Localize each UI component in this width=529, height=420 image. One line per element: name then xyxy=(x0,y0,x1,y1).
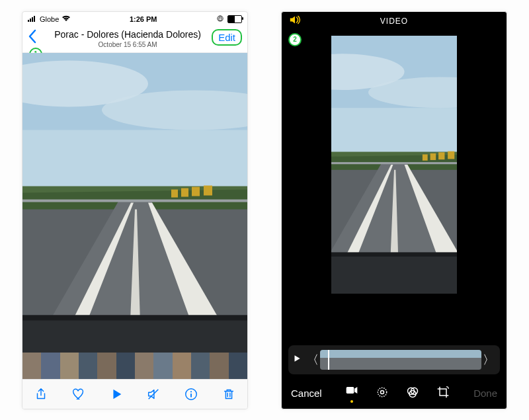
svg-rect-29 xyxy=(346,387,354,394)
timeline-frames[interactable] xyxy=(320,350,481,370)
volume-icon[interactable] xyxy=(288,15,302,28)
orientation-lock-icon xyxy=(216,15,225,23)
adjust-tool-icon[interactable] xyxy=(376,386,389,401)
media-preview[interactable] xyxy=(22,53,247,353)
svg-marker-23 xyxy=(113,389,121,399)
trim-end-handle[interactable]: 〉 xyxy=(481,352,496,368)
video-tool-icon[interactable] xyxy=(345,384,358,399)
mute-icon[interactable] xyxy=(146,387,161,401)
active-tool-indicator xyxy=(350,400,353,403)
filters-tool-icon[interactable] xyxy=(406,386,419,401)
timeline-play-icon[interactable] xyxy=(292,354,302,366)
edit-button[interactable]: Edit xyxy=(212,29,242,46)
svg-rect-18 xyxy=(28,20,29,22)
svg-marker-28 xyxy=(295,355,300,361)
edit-mode-title: VIDEO xyxy=(380,17,408,26)
trim-start-handle[interactable]: 〈 xyxy=(305,352,320,368)
bottom-toolbar xyxy=(22,379,247,409)
photos-detail-screen: Globe 1:26 PM Porac - Dolores (Hacienda … xyxy=(22,11,248,409)
carrier-label: Globe xyxy=(40,15,59,23)
svg-rect-21 xyxy=(34,16,35,22)
cancel-button[interactable]: Cancel xyxy=(291,388,322,399)
info-icon[interactable] xyxy=(184,387,198,401)
svg-rect-19 xyxy=(30,19,31,22)
trash-icon[interactable] xyxy=(222,387,236,401)
play-icon[interactable] xyxy=(109,387,124,401)
playhead[interactable] xyxy=(328,350,329,370)
battery-icon xyxy=(227,15,242,23)
svg-marker-30 xyxy=(355,387,358,394)
location-title: Porac - Dolores (Hacienda Dolores) xyxy=(44,29,212,40)
clock: 1:26 PM xyxy=(130,15,157,23)
back-button[interactable] xyxy=(28,29,44,46)
svg-rect-20 xyxy=(32,17,33,22)
wifi-icon xyxy=(61,15,71,23)
cellular-signal-icon xyxy=(28,15,37,23)
status-bar: Globe 1:26 PM xyxy=(22,12,247,26)
svg-rect-27 xyxy=(190,394,192,398)
done-button[interactable]: Done xyxy=(473,388,497,399)
svg-point-22 xyxy=(218,15,223,21)
svg-point-32 xyxy=(381,391,384,394)
share-icon[interactable] xyxy=(34,387,48,401)
crop-tool-icon[interactable] xyxy=(436,386,450,401)
timestamp-subtitle: October 15 6:55 AM xyxy=(44,41,212,48)
edit-preview-area[interactable] xyxy=(282,30,507,341)
video-edit-screen: VIDEO 2 〈 〉 Cancel xyxy=(281,11,507,409)
svg-point-26 xyxy=(190,391,192,392)
video-timeline[interactable]: 〈 〉 xyxy=(288,345,500,374)
edit-bottom-toolbar: Cancel Done xyxy=(282,378,507,409)
svg-point-31 xyxy=(378,388,387,396)
step-badge-2: 2 xyxy=(288,33,302,46)
thumbnail-strip[interactable] xyxy=(22,353,247,379)
nav-bar: Porac - Dolores (Hacienda Dolores) Octob… xyxy=(22,26,247,53)
edit-header: VIDEO xyxy=(282,12,507,30)
favorite-icon[interactable] xyxy=(71,387,86,401)
